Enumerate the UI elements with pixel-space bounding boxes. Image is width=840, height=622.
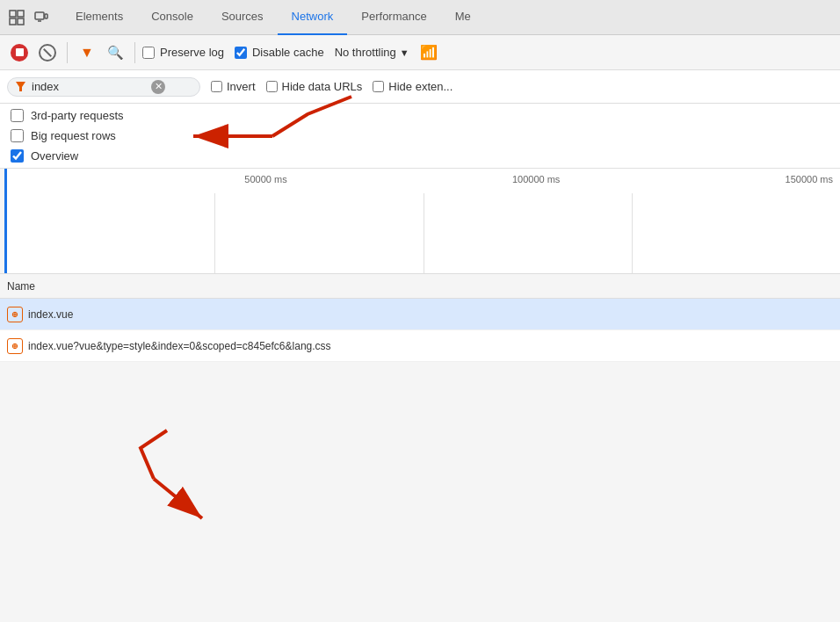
svg-rect-2 [10,18,16,25]
network-toolbar: ▼ 🔍 Preserve log Disable cache No thrott… [0,35,840,70]
clear-filter-button[interactable]: ✕ [151,80,165,94]
preserve-log-checkbox[interactable] [142,47,155,59]
search-button[interactable]: 🔍 [103,40,127,65]
big-rows-checkbox-item[interactable]: Big request rows [11,129,829,142]
tab-more[interactable]: Me [441,0,485,35]
timeline-col-2 [215,193,424,273]
filter-icon: ▼ [80,45,94,61]
table-row[interactable]: ⊕ index.vue?vue&type=style&index=0&scope… [0,330,840,362]
third-party-checkbox-item[interactable]: 3rd-party requests [11,109,829,122]
device-icon[interactable] [32,8,51,27]
disable-cache-checkbox[interactable] [235,47,247,59]
preserve-log-label[interactable]: Preserve log [142,46,224,59]
big-rows-checkbox[interactable] [11,129,24,142]
tab-elements[interactable]: Elements [62,0,137,35]
timeline-labels: 50000 ms 100000 ms 150000 ms [7,174,840,184]
stop-recording-button[interactable] [7,40,32,65]
timeline-gutter [0,169,7,273]
timeline-label-3: 150000 ms [560,174,833,184]
tab-sources[interactable]: Sources [207,0,278,35]
tab-bar: Elements Console Sources Network Perform… [0,0,840,35]
filter-input[interactable] [32,80,146,93]
stop-icon [11,44,28,61]
throttling-select[interactable]: No throttling ▼ [335,46,409,59]
table-header: Name [0,274,840,299]
overview-checkbox[interactable] [11,149,24,163]
settings-checkboxes: 3rd-party requests Big request rows Over… [0,104,840,169]
invert-option[interactable]: Invert [211,80,256,93]
timeline-label-2: 100000 ms [287,174,561,184]
third-party-checkbox[interactable] [11,109,24,122]
clear-icon [39,44,56,61]
table-row[interactable]: ⊕ index.vue [0,299,840,330]
tab-network[interactable]: Network [278,0,348,35]
filter-button[interactable]: ▼ [75,40,99,65]
network-table: Name ⊕ index.vue ⊕ index.vue?vue&type=st… [0,274,840,362]
timeline-col-1 [7,193,215,273]
file-name: index.vue [28,308,73,321]
devtools-icons [7,8,51,27]
network-conditions-button[interactable]: 📶 [416,40,441,65]
file-type-icon: ⊕ [7,307,23,322]
timeline-grid [7,193,840,273]
timeline-col-3 [424,193,633,273]
file-name: index.vue?vue&type=style&index=0&scoped=… [28,340,331,352]
tab-performance[interactable]: Performance [347,0,440,35]
svg-rect-0 [10,11,16,17]
separator-2 [134,42,135,63]
svg-rect-1 [18,11,24,17]
svg-rect-5 [45,14,47,18]
filter-funnel-icon [15,81,26,92]
svg-marker-7 [16,82,25,91]
separator-1 [67,42,68,63]
svg-rect-3 [18,18,24,25]
overview-checkbox-item[interactable]: Overview [11,149,829,163]
wifi-icon: 📶 [420,44,438,61]
chevron-down-icon: ▼ [400,47,409,58]
timeline-label-1: 50000 ms [14,174,287,184]
filter-bar: ✕ Invert Hide data URLs Hide exten... [0,70,840,104]
hide-extensions-option[interactable]: Hide exten... [373,80,453,93]
invert-checkbox[interactable] [211,81,222,92]
disable-cache-label[interactable]: Disable cache [235,46,324,59]
svg-rect-4 [35,12,44,19]
clear-button[interactable] [35,40,60,65]
inspect-icon[interactable] [7,8,26,27]
filter-input-wrap: ✕ [7,77,200,97]
search-icon: 🔍 [107,45,124,61]
timeline-panel: 50000 ms 100000 ms 150000 ms [0,169,840,274]
timeline-col-4 [633,193,840,273]
timeline-content: 50000 ms 100000 ms 150000 ms [7,169,840,273]
hide-data-urls-option[interactable]: Hide data URLs [266,80,363,93]
hide-extensions-checkbox[interactable] [373,81,384,92]
file-type-icon: ⊕ [7,338,23,354]
tab-console[interactable]: Console [137,0,207,35]
hide-data-urls-checkbox[interactable] [266,81,278,92]
